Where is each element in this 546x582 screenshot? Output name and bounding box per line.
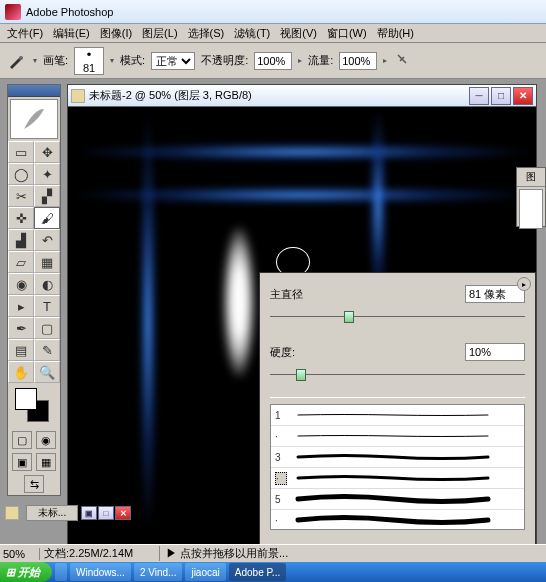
slice-tool[interactable]: ▞ [34,185,60,207]
toolbox-header[interactable] [8,85,60,97]
brush-tool-icon[interactable] [5,50,27,72]
workspace: ▭ ✥ ◯ ✦ ✂ ▞ ✜ 🖌 ▟ ↶ ▱ ▦ ◉ ◐ ▸ T ✒ ▢ ▤ ✎ … [0,79,546,558]
history-brush-tool[interactable]: ↶ [34,229,60,251]
start-button[interactable]: ⊞ 开始 [0,562,52,582]
shape-tool[interactable]: ▢ [34,317,60,339]
maximize-button[interactable]: □ [491,87,511,105]
hardness-value[interactable]: 10% [465,343,525,361]
mode-label: 模式: [120,53,145,68]
menu-help[interactable]: 帮助(H) [372,24,419,43]
crop-tool[interactable]: ✂ [8,185,34,207]
document-title: 未标题-2 @ 50% (图层 3, RGB/8) [89,88,252,103]
stamp-tool[interactable]: ▟ [8,229,34,251]
flow-arrow[interactable]: ▸ [383,56,387,65]
mode-select[interactable]: 正常 [151,52,195,70]
blur-tool[interactable]: ◉ [8,273,34,295]
mindoc-close[interactable]: ✕ [115,506,131,520]
brush-size-value: 81 [83,62,95,74]
marquee-tool[interactable]: ▭ [8,141,34,163]
minimized-document: 未标... ▣ □ ✕ [5,504,131,522]
taskbar-item[interactable]: jiaocai [185,563,225,581]
screen-mode-1[interactable]: ▣ [12,453,32,471]
standard-mode-icon[interactable]: ▢ [12,431,32,449]
dodge-tool[interactable]: ◐ [34,273,60,295]
document-icon [5,506,19,520]
lasso-tool[interactable]: ◯ [8,163,34,185]
brush-tool[interactable]: 🖌 [34,207,60,229]
svg-point-0 [19,56,23,60]
tool-preset-arrow[interactable]: ▾ [33,56,37,65]
menu-window[interactable]: 窗口(W) [322,24,372,43]
app-icon [5,4,21,20]
menu-select[interactable]: 选择(S) [183,24,230,43]
side-panel-tab[interactable]: 图 [517,168,545,187]
brush-preset-row[interactable]: 3 [271,447,524,468]
brush-preset-dropdown[interactable]: • 81 [74,47,104,75]
document-titlebar[interactable]: 未标题-2 @ 50% (图层 3, RGB/8) ─ □ ✕ [68,85,536,107]
pen-tool[interactable]: ✒ [8,317,34,339]
menu-edit[interactable]: 编辑(E) [48,24,95,43]
mindoc-name[interactable]: 未标... [26,505,78,521]
menu-layer[interactable]: 图层(L) [137,24,182,43]
opacity-input[interactable] [254,52,292,70]
foreground-color[interactable] [15,388,37,410]
diameter-value[interactable]: 81 像素 [465,285,525,303]
doc-size[interactable]: 文档:2.25M/2.14M [40,546,160,561]
flow-input[interactable] [339,52,377,70]
brush-preset-row[interactable]: 5 [271,489,524,510]
move-tool[interactable]: ✥ [34,141,60,163]
options-bar: ▾ 画笔: • 81 ▾ 模式: 正常 不透明度: ▸ 流量: ▸ [0,43,546,79]
hand-tool[interactable]: ✋ [8,361,34,383]
brush-preset-row[interactable]: · [271,468,524,489]
taskbar-item[interactable]: Windows... [70,563,131,581]
hardness-slider[interactable] [270,367,525,383]
diameter-slider[interactable] [270,309,525,325]
notes-tool[interactable]: ▤ [8,339,34,361]
minimize-button[interactable]: ─ [469,87,489,105]
menu-filter[interactable]: 滤镜(T) [229,24,275,43]
document-window: 未标题-2 @ 50% (图层 3, RGB/8) ─ □ ✕ ▸ 主直径 81… [67,84,537,544]
eyedropper-tool[interactable]: ✎ [34,339,60,361]
wand-tool[interactable]: ✦ [34,163,60,185]
taskbar-item[interactable]: Adobe P... [229,563,286,581]
brush-preset-row[interactable]: 1 [271,405,524,426]
opacity-label: 不透明度: [201,53,248,68]
airbrush-icon[interactable] [393,50,415,72]
type-tool[interactable]: T [34,295,60,317]
menu-image[interactable]: 图像(I) [95,24,137,43]
hardness-label: 硬度: [270,345,465,360]
eraser-tool[interactable]: ▱ [8,251,34,273]
app-titlebar: Adobe Photoshop [0,0,546,24]
opacity-arrow[interactable]: ▸ [298,56,302,65]
heal-tool[interactable]: ✜ [8,207,34,229]
brush-stroke [223,227,255,377]
path-tool[interactable]: ▸ [8,295,34,317]
document-icon [71,89,85,103]
toolbox: ▭ ✥ ◯ ✦ ✂ ▞ ✜ 🖌 ▟ ↶ ▱ ▦ ◉ ◐ ▸ T ✒ ▢ ▤ ✎ … [7,84,61,496]
taskbar-item[interactable]: 2 Vind... [134,563,183,581]
status-bar: 50% 文档:2.25M/2.14M ▶ 点按并拖移以用前景... [0,544,546,562]
popup-menu-arrow[interactable]: ▸ [517,277,531,291]
brush-preset-row[interactable]: · [271,426,524,447]
artwork-glow [138,107,158,537]
canvas[interactable]: ▸ 主直径 81 像素 硬度: 10% 1·3·5·9 [68,107,536,544]
zoom-tool[interactable]: 🔍 [34,361,60,383]
taskbar-item[interactable] [55,563,67,581]
menu-file[interactable]: 文件(F) [2,24,48,43]
brush-dd-arrow[interactable]: ▾ [110,56,114,65]
zoom-level[interactable]: 50% [0,548,40,560]
mindoc-max[interactable]: □ [98,506,114,520]
jump-to-imageready[interactable]: ⇆ [24,475,44,493]
screen-mode-2[interactable]: ▦ [36,453,56,471]
quickmask-mode-icon[interactable]: ◉ [36,431,56,449]
flow-label: 流量: [308,53,333,68]
brush-preset-popup: ▸ 主直径 81 像素 硬度: 10% 1·3·5·9 [259,272,536,544]
close-button[interactable]: ✕ [513,87,533,105]
menu-view[interactable]: 视图(V) [275,24,322,43]
side-panel[interactable]: 图 [516,167,546,227]
status-hint: ▶ 点按并拖移以用前景... [160,546,288,561]
brush-preset-row[interactable]: · [271,510,524,530]
gradient-tool[interactable]: ▦ [34,251,60,273]
brush-preset-list[interactable]: 1·3·5·9 [270,404,525,530]
mindoc-restore[interactable]: ▣ [81,506,97,520]
